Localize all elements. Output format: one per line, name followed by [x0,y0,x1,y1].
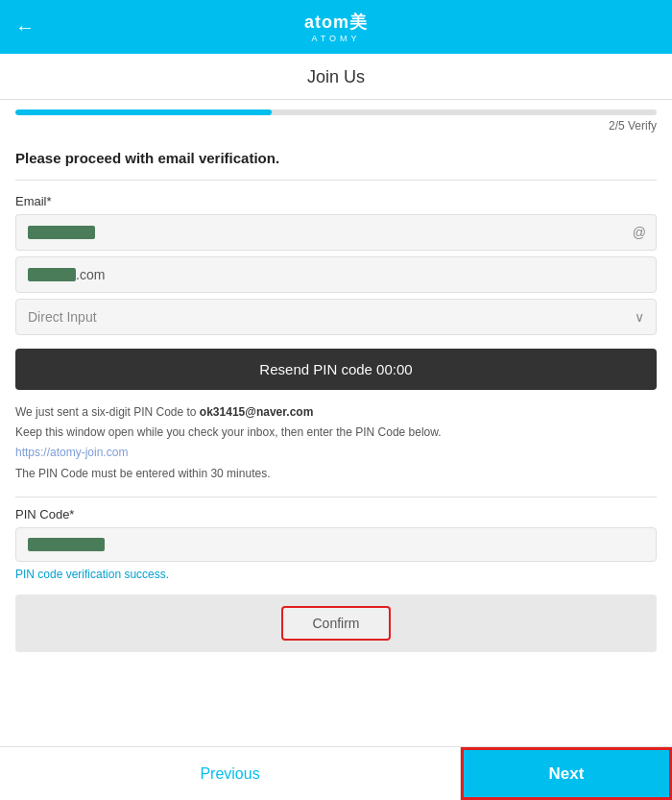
email-at-symbol: @ [623,214,657,251]
email-domain-suffix: .com [76,267,105,282]
email-domain-masked [28,268,76,281]
chevron-down-icon: ∨ [635,309,644,325]
pin-code-input[interactable] [15,527,657,562]
email-label: Email* [15,194,657,208]
logo-sub: ATOMY [311,34,360,43]
bottom-nav: Previous Next [0,746,672,800]
email-username-row: @ [15,214,657,251]
email-username-input[interactable] [15,214,623,251]
progress-bar-bg [15,109,657,115]
info-line2-text: Keep this window open while you check yo… [15,425,442,439]
email-select-label: Direct Input [28,309,97,325]
confirm-button[interactable]: Confirm [281,606,390,641]
page-title: Join Us [0,67,672,87]
back-button[interactable]: ← [15,16,35,38]
section-instruction: Please proceed with email verification. [15,150,657,166]
info-email: ok31415@naver.com [200,405,313,419]
divider-2 [15,497,657,497]
logo-main: atom美 [304,11,368,34]
title-bar: Join Us [0,54,672,100]
info-line2: Keep this window open while you check yo… [15,424,657,442]
progress-bar-fill [15,109,272,115]
info-watermark: https://atomy-join.com [15,444,657,462]
email-username-masked [28,226,95,239]
email-domain-select[interactable]: Direct Input ∨ [15,299,657,335]
resend-pin-button[interactable]: Resend PIN code 00:00 [15,349,657,390]
info-line3: The PIN Code must be entered within 30 m… [15,465,657,483]
previous-button[interactable]: Previous [0,747,461,800]
info-line3-text: The PIN Code must be entered within 30 m… [15,467,270,480]
progress-label: 2/5 Verify [15,119,657,133]
divider-1 [15,180,657,181]
logo: atom美 ATOMY [304,11,368,43]
next-button[interactable]: Next [461,747,672,800]
pin-masked-value [28,538,105,551]
pin-success-message: PIN code verification success. [15,568,657,581]
info-line1-prefix: We just sent a six-digit PIN Code to [15,405,200,419]
info-line1: We just sent a six-digit PIN Code to ok3… [15,403,657,422]
progress-section: 2/5 Verify [0,100,672,136]
watermark-text: https://atomy-join.com [15,446,128,459]
email-domain-input[interactable]: .com [15,256,657,293]
pin-label: PIN Code* [15,507,657,521]
app-header: ← atom美 ATOMY [0,0,672,54]
main-content: Please proceed with email verification. … [0,136,672,746]
confirm-area: Confirm [15,594,657,652]
